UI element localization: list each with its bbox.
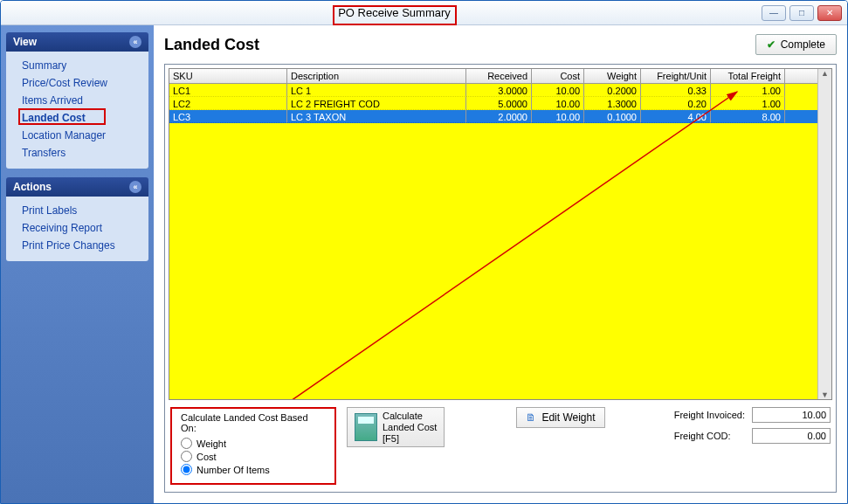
cell-description[interactable]: LC 2 FREIGHT COD	[287, 97, 466, 110]
complete-button[interactable]: ✔ Complete	[755, 34, 837, 55]
close-button[interactable]: ✕	[817, 5, 842, 21]
edit-weight-button[interactable]: 🗎 Edit Weight	[516, 407, 604, 428]
main-panel: Landed Cost ✔ Complete SKU Description R…	[154, 25, 847, 503]
radio-weight-label: Weight	[196, 438, 226, 449]
table-row[interactable]: LC3LC 3 TAXON2.000010.000.10004.008.00	[169, 110, 817, 123]
freight-summary: Freight Invoiced: 10.00 Freight COD: 0.0…	[674, 407, 831, 444]
calculator-icon	[355, 413, 377, 441]
radio-weight[interactable]: Weight	[181, 437, 326, 450]
cell-freight-unit[interactable]: 0.33	[641, 84, 711, 97]
cell-weight[interactable]: 0.2000	[584, 84, 641, 97]
scroll-up-icon[interactable]: ▲	[821, 69, 829, 78]
cell-total-freight[interactable]: 8.00	[711, 110, 785, 123]
radio-cost[interactable]: Cost	[181, 450, 326, 463]
radio-items-label: Number Of Items	[196, 465, 270, 475]
col-sku[interactable]: SKU	[169, 69, 287, 83]
col-weight[interactable]: Weight	[584, 69, 641, 83]
bottom-controls: Calculate Landed Cost Based On: Weight C…	[169, 400, 832, 488]
window-buttons: — □ ✕	[762, 5, 847, 21]
freight-cod-label: Freight COD:	[674, 431, 745, 441]
titlebar: PO Receive Summary — □ ✕	[1, 1, 847, 25]
content-area: View « Summary Price/Cost Review Items A…	[1, 25, 847, 503]
cell-weight[interactable]: 0.1000	[584, 110, 641, 123]
maximize-button[interactable]: □	[789, 5, 814, 21]
cell-description[interactable]: LC 3 TAXON	[287, 110, 466, 123]
sidebar-item-transfers[interactable]: Transfers	[20, 144, 145, 162]
sidebar-action-print-price-changes[interactable]: Print Price Changes	[20, 237, 145, 254]
freight-cod-value[interactable]: 0.00	[752, 428, 831, 444]
sidebar-item-summary[interactable]: Summary	[20, 57, 145, 74]
radio-weight-input[interactable]	[181, 438, 192, 449]
actions-panel: Actions « Print Labels Receiving Report …	[6, 177, 148, 261]
minimize-button[interactable]: —	[762, 5, 786, 21]
sidebar-item-label: Landed Cost	[22, 112, 86, 124]
col-description[interactable]: Description	[287, 69, 466, 83]
freight-invoiced-label: Freight Invoiced:	[674, 410, 745, 420]
sidebar-item-price-cost-review[interactable]: Price/Cost Review	[20, 74, 145, 92]
freight-invoiced-value[interactable]: 10.00	[752, 407, 831, 423]
complete-button-label: Complete	[781, 38, 825, 51]
view-panel-title: View	[13, 36, 37, 48]
col-received[interactable]: Received	[466, 69, 532, 83]
sidebar-action-receiving-report[interactable]: Receiving Report	[20, 219, 145, 237]
sidebar-action-print-labels[interactable]: Print Labels	[20, 202, 145, 219]
sidebar-item-location-manager[interactable]: Location Manager	[20, 127, 145, 144]
cell-received[interactable]: 5.0000	[466, 97, 532, 110]
view-panel-header[interactable]: View «	[6, 32, 148, 52]
edit-weight-label: Edit Weight	[541, 411, 595, 424]
grid-container: SKU Description Received Cost Weight Fre…	[164, 64, 837, 493]
cell-freight-unit[interactable]: 4.00	[641, 110, 711, 123]
calculate-landed-cost-button[interactable]: Calculate Landed Cost [F5]	[347, 407, 445, 447]
cell-freight-unit[interactable]: 0.20	[641, 97, 711, 110]
cell-sku[interactable]: LC2	[169, 97, 287, 110]
cell-received[interactable]: 2.0000	[466, 110, 532, 123]
data-grid[interactable]: SKU Description Received Cost Weight Fre…	[169, 68, 832, 400]
sidebar-item-items-arrived[interactable]: Items Arrived	[20, 92, 145, 109]
table-row[interactable]: LC1LC 13.000010.000.20000.331.00	[169, 84, 817, 97]
calc-button-line3: [F5]	[383, 433, 437, 445]
window-title: PO Receive Summary	[338, 6, 451, 19]
calc-basis-title: Calculate Landed Cost Based On:	[181, 412, 326, 433]
page-title: Landed Cost	[164, 36, 259, 54]
cell-weight[interactable]: 1.3000	[584, 97, 641, 110]
collapse-icon: «	[129, 181, 141, 193]
radio-items[interactable]: Number Of Items	[181, 463, 326, 476]
cell-sku[interactable]: LC3	[169, 110, 287, 123]
cell-total-freight[interactable]: 1.00	[711, 84, 785, 97]
cell-sku[interactable]: LC1	[169, 84, 287, 97]
cell-received[interactable]: 3.0000	[466, 84, 532, 97]
cell-cost[interactable]: 10.00	[532, 84, 584, 97]
sidebar: View « Summary Price/Cost Review Items A…	[1, 25, 154, 503]
col-total-freight[interactable]: Total Freight	[711, 69, 785, 83]
calc-button-line2: Landed Cost	[383, 422, 437, 433]
radio-cost-label: Cost	[196, 452, 217, 462]
sidebar-item-landed-cost[interactable]: Landed Cost	[20, 109, 145, 127]
actions-panel-title: Actions	[13, 181, 52, 193]
cell-cost[interactable]: 10.00	[532, 97, 584, 110]
app-window: PO Receive Summary — □ ✕ View « Summary …	[0, 0, 848, 504]
calc-button-line1: Calculate	[383, 411, 437, 422]
collapse-icon: «	[129, 36, 141, 48]
actions-panel-header[interactable]: Actions «	[6, 177, 148, 197]
radio-cost-input[interactable]	[181, 451, 192, 462]
cell-description[interactable]: LC 1	[287, 84, 466, 97]
scroll-down-icon[interactable]: ▼	[821, 390, 829, 399]
radio-items-input[interactable]	[181, 464, 192, 475]
col-cost[interactable]: Cost	[532, 69, 584, 83]
calc-basis-group: Calculate Landed Cost Based On: Weight C…	[170, 407, 336, 485]
grid-header-row: SKU Description Received Cost Weight Fre…	[169, 69, 817, 84]
cell-total-freight[interactable]: 1.00	[711, 97, 785, 110]
document-icon: 🗎	[526, 411, 536, 424]
col-freight-unit[interactable]: Freight/Unit	[641, 69, 711, 83]
checkmark-icon: ✔	[767, 38, 776, 51]
table-row[interactable]: LC2LC 2 FREIGHT COD5.000010.001.30000.20…	[169, 97, 817, 110]
cell-cost[interactable]: 10.00	[532, 110, 584, 123]
vertical-scrollbar[interactable]: ▲ ▼	[817, 69, 831, 399]
view-panel: View « Summary Price/Cost Review Items A…	[6, 32, 148, 169]
